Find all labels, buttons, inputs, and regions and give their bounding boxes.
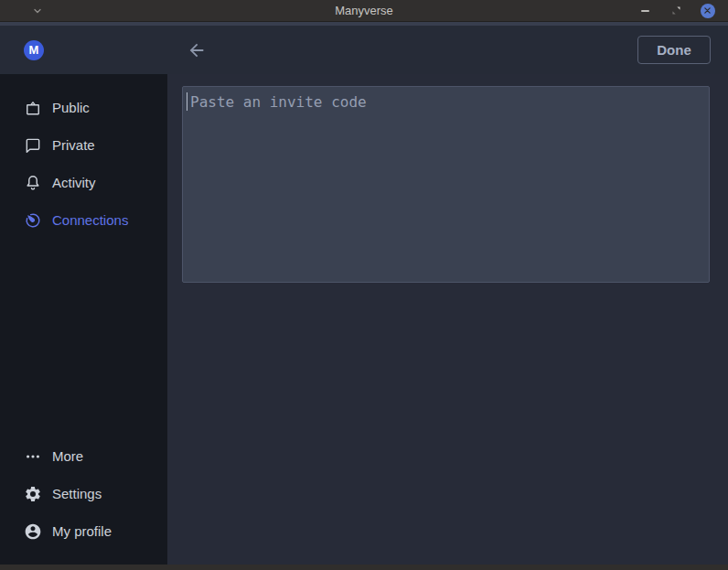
close-button[interactable] — [700, 3, 715, 18]
sidebar: Public Private Activity — [0, 74, 167, 565]
sidebar-item-my-profile[interactable]: My profile — [0, 512, 167, 550]
restore-button[interactable] — [669, 3, 684, 18]
invite-code-textarea[interactable] — [182, 86, 710, 283]
sidebar-item-private[interactable]: Private — [0, 126, 167, 164]
sidebar-item-label: Settings — [52, 486, 102, 501]
back-button[interactable] — [186, 39, 208, 61]
sidebar-bottom-group: More Settings My — [0, 437, 167, 550]
sidebar-item-settings[interactable]: Settings — [0, 475, 167, 512]
arrow-left-icon — [187, 40, 207, 60]
app-body: Public Private Activity — [0, 74, 728, 565]
sidebar-item-activity[interactable]: Activity — [0, 164, 167, 201]
titlebar: Manyverse — [0, 0, 728, 22]
bell-icon — [24, 174, 42, 192]
chevron-down-icon[interactable] — [30, 4, 45, 18]
done-button[interactable]: Done — [637, 36, 711, 64]
gear-icon — [24, 485, 42, 503]
dots-horizontal-icon — [24, 447, 42, 466]
sidebar-item-label: Private — [52, 137, 95, 153]
restore-icon — [670, 5, 682, 16]
sidebar-item-label: Connections — [52, 212, 128, 228]
sidebar-item-more[interactable]: More — [0, 437, 167, 475]
sidebar-item-connections[interactable]: Connections — [0, 201, 167, 239]
close-icon — [703, 6, 712, 15]
message-bubble-icon — [24, 136, 42, 155]
app-header: M Done — [0, 26, 728, 74]
bulletin-board-icon — [24, 99, 42, 117]
window-bottom-border — [0, 565, 728, 570]
minimize-button[interactable] — [637, 3, 653, 18]
sidebar-item-label: More — [52, 448, 83, 464]
app-window: Manyverse M Done — [0, 0, 728, 570]
compass-gauge-icon — [24, 211, 42, 230]
window-title: Manyverse — [0, 4, 728, 17]
window-controls — [637, 3, 715, 18]
sidebar-item-public[interactable]: Public — [0, 89, 167, 126]
sidebar-item-label: Public — [52, 100, 90, 115]
main-content — [167, 74, 728, 565]
manyverse-logo-icon: M — [24, 40, 44, 60]
sidebar-item-label: My profile — [52, 523, 112, 539]
minimize-icon — [641, 10, 649, 12]
sidebar-item-label: Activity — [52, 175, 96, 190]
account-circle-icon — [24, 522, 42, 541]
